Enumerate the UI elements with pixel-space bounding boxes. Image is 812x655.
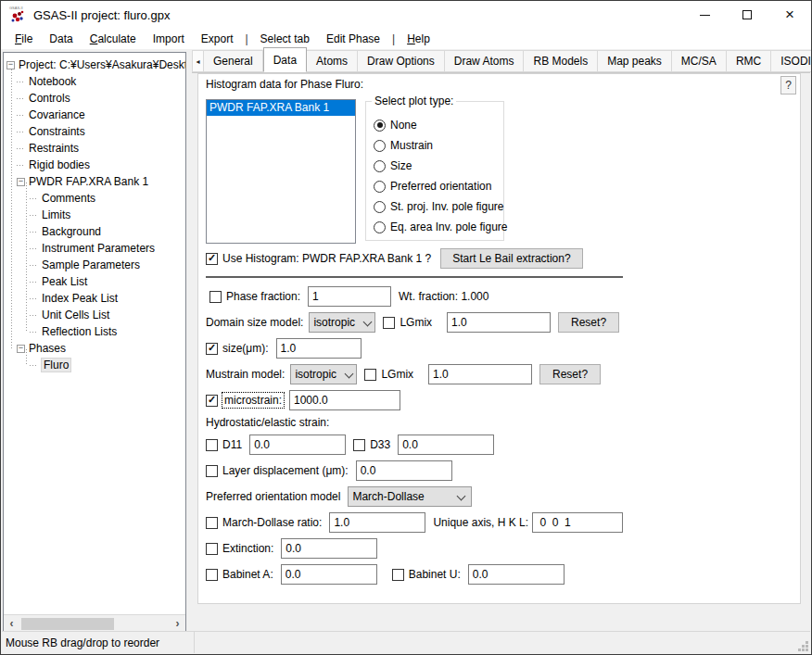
menu-select-tab[interactable]: Select tab bbox=[252, 30, 318, 48]
minimize-button[interactable] bbox=[683, 1, 726, 29]
radio-icon[interactable] bbox=[374, 160, 386, 172]
mustrain-lgmix-checkbox[interactable] bbox=[364, 369, 376, 381]
menu-edit-phase[interactable]: Edit Phase bbox=[318, 30, 388, 48]
use-histogram-checkbox[interactable] bbox=[206, 253, 218, 265]
tree-item-unit-cells-list[interactable]: Unit Cells List bbox=[4, 307, 185, 323]
d33-checkbox[interactable] bbox=[353, 439, 365, 451]
size-checkbox[interactable] bbox=[206, 343, 218, 355]
tree-item-background[interactable]: Background bbox=[4, 223, 185, 240]
close-button[interactable]: × bbox=[768, 1, 811, 29]
size-input[interactable] bbox=[276, 338, 362, 359]
tree-item-sample-parameters[interactable]: Sample Parameters bbox=[4, 257, 185, 273]
radio-size[interactable]: Size bbox=[374, 156, 498, 176]
mustrain-lgmix-label: LGmix bbox=[381, 368, 413, 381]
radio-st-proj-inv-pole[interactable]: St. proj. Inv. pole figure bbox=[374, 196, 498, 217]
tree-horizontal-scrollbar[interactable]: ‹ › bbox=[4, 614, 185, 632]
tree-item-instrument-parameters[interactable]: Instrument Parameters bbox=[4, 240, 185, 257]
resize-grip[interactable] bbox=[806, 649, 808, 651]
tab-draw-atoms[interactable]: Draw Atoms bbox=[445, 50, 525, 72]
babinet-u-checkbox[interactable] bbox=[392, 569, 404, 581]
help-button[interactable]: ? bbox=[780, 76, 796, 94]
domain-lgmix-label: LGmix bbox=[400, 316, 432, 329]
collapse-icon[interactable] bbox=[17, 178, 25, 186]
tree-item-constraints[interactable]: Constraints bbox=[4, 123, 185, 140]
collapse-icon[interactable] bbox=[17, 345, 25, 353]
collapse-icon[interactable] bbox=[6, 61, 15, 69]
tab-draw-options[interactable]: Draw Options bbox=[358, 50, 445, 72]
lebail-button[interactable]: Start Le Bail extraction? bbox=[440, 248, 582, 269]
tree-item-restraints[interactable]: Restraints bbox=[4, 140, 185, 157]
microstrain-checkbox[interactable] bbox=[206, 395, 218, 407]
menu-calculate[interactable]: Calculate bbox=[82, 30, 145, 48]
menu-help[interactable]: Help bbox=[399, 30, 438, 48]
menu-import[interactable]: Import bbox=[145, 30, 193, 48]
d11-input[interactable] bbox=[249, 435, 346, 455]
tabs-scroll-left-icon[interactable]: ◂ bbox=[192, 50, 204, 72]
domain-size-model-combobox[interactable]: isotropic bbox=[309, 312, 375, 333]
tree-item-phases[interactable]: Phases bbox=[4, 340, 185, 357]
phase-fraction-checkbox[interactable] bbox=[209, 291, 222, 303]
d11-checkbox[interactable] bbox=[206, 439, 218, 451]
scroll-right-icon[interactable]: › bbox=[170, 615, 185, 633]
tab-rb-models[interactable]: RB Models bbox=[524, 50, 598, 72]
tree-item-fluro[interactable]: Fluro bbox=[4, 357, 185, 373]
radio-icon[interactable] bbox=[374, 181, 386, 193]
scroll-left-icon[interactable]: ‹ bbox=[4, 615, 19, 633]
radio-icon[interactable] bbox=[374, 201, 386, 213]
tree-item-limits[interactable]: Limits bbox=[4, 207, 185, 223]
babinet-u-input[interactable] bbox=[468, 564, 565, 585]
radio-icon[interactable] bbox=[374, 221, 386, 233]
tree-item-pwdr[interactable]: PWDR FAP.XRA Bank 1 bbox=[4, 173, 185, 190]
radio-mustrain[interactable]: Mustrain bbox=[374, 135, 498, 156]
tree-item-project[interactable]: Project: C:¥Users¥Asakura¥Deskt bbox=[4, 57, 185, 73]
tab-mcsa[interactable]: MC/SA bbox=[672, 50, 727, 72]
tree-item-covariance[interactable]: Covariance bbox=[4, 107, 185, 123]
domain-lgmix-checkbox[interactable] bbox=[383, 317, 395, 329]
march-dollase-ratio-checkbox[interactable] bbox=[206, 517, 218, 529]
maximize-button[interactable] bbox=[726, 1, 768, 29]
layer-displacement-checkbox[interactable] bbox=[206, 465, 218, 477]
radio-preferred-orientation[interactable]: Preferred orientation bbox=[374, 176, 498, 196]
tree-item-reflection-lists[interactable]: Reflection Lists bbox=[4, 323, 185, 340]
tab-atoms[interactable]: Atoms bbox=[307, 50, 358, 72]
scrollbar-thumb[interactable] bbox=[21, 618, 114, 630]
tab-rmc[interactable]: RMC bbox=[727, 50, 771, 72]
domain-reset-button[interactable]: Reset? bbox=[558, 312, 619, 333]
tree-item-peak-list[interactable]: Peak List bbox=[4, 273, 185, 290]
layer-displacement-input[interactable] bbox=[356, 460, 452, 481]
d33-input[interactable] bbox=[398, 435, 494, 455]
phase-fraction-input[interactable] bbox=[308, 286, 391, 307]
mustrain-reset-button[interactable]: Reset? bbox=[539, 364, 601, 384]
histogram-listbox[interactable]: PWDR FAP.XRA Bank 1 bbox=[206, 99, 356, 244]
tab-data[interactable]: Data bbox=[263, 47, 307, 72]
tree-item-index-peak-list[interactable]: Index Peak List bbox=[4, 290, 185, 307]
unique-axis-input[interactable] bbox=[532, 512, 623, 533]
tree-item-controls[interactable]: Controls bbox=[4, 90, 185, 107]
histogram-list-item[interactable]: PWDR FAP.XRA Bank 1 bbox=[207, 100, 355, 116]
tree-item-comments[interactable]: Comments bbox=[4, 190, 185, 207]
babinet-a-checkbox[interactable] bbox=[206, 569, 218, 581]
microstrain-input[interactable] bbox=[289, 390, 400, 410]
menu-file[interactable]: File bbox=[6, 30, 41, 48]
use-histogram-label: Use Histogram: PWDR FAP.XRA Bank 1 ? bbox=[222, 252, 431, 265]
menu-export[interactable]: Export bbox=[193, 30, 242, 48]
extinction-input[interactable] bbox=[281, 538, 377, 559]
extinction-checkbox[interactable] bbox=[206, 543, 218, 555]
mustrain-lgmix-input[interactable] bbox=[428, 364, 532, 384]
tab-isodistort[interactable]: ISODISTORT bbox=[771, 50, 812, 72]
tab-map-peaks[interactable]: Map peaks bbox=[598, 50, 672, 72]
unique-axis-label: Unique axis, H K L: bbox=[433, 516, 528, 529]
radio-none[interactable]: None bbox=[374, 115, 498, 135]
menu-data[interactable]: Data bbox=[41, 30, 81, 48]
mustrain-model-combobox[interactable]: isotropic bbox=[290, 364, 357, 384]
tree-item-rigid-bodies[interactable]: Rigid bodies bbox=[4, 157, 185, 173]
preferred-orientation-combobox[interactable]: March-Dollase bbox=[348, 486, 472, 507]
radio-eq-area-inv-pole[interactable]: Eq. area Inv. pole figure bbox=[374, 217, 498, 237]
radio-icon[interactable] bbox=[374, 120, 386, 132]
babinet-a-input[interactable] bbox=[281, 564, 377, 585]
radio-icon[interactable] bbox=[374, 140, 386, 152]
march-dollase-ratio-input[interactable] bbox=[329, 512, 425, 533]
tab-general[interactable]: General bbox=[204, 50, 263, 72]
tree-item-notebook[interactable]: Notebook bbox=[4, 73, 185, 90]
domain-lgmix-input[interactable] bbox=[447, 312, 551, 333]
